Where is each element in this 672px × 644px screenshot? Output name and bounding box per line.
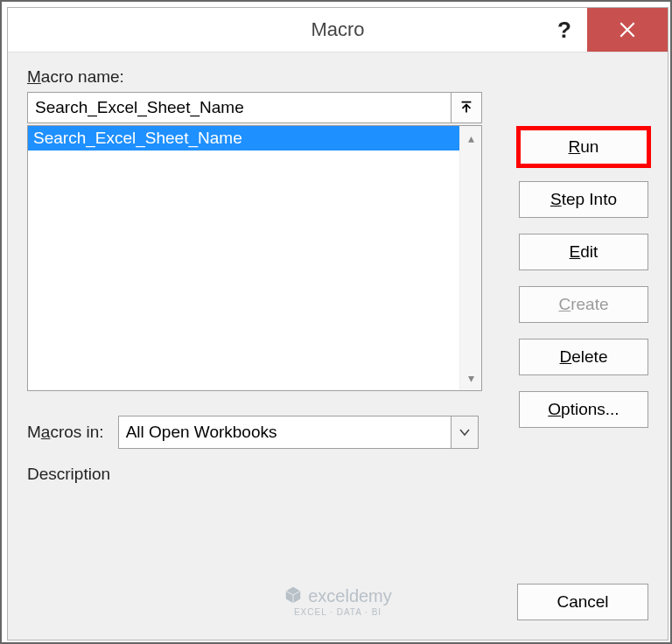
close-button[interactable] bbox=[587, 8, 668, 52]
macro-name-label: Macro name: bbox=[27, 67, 482, 87]
step-into-button[interactable]: Step Into bbox=[519, 181, 648, 218]
macro-listbox[interactable]: Search_Excel_Sheet_Name ▴ ▾ bbox=[27, 125, 482, 391]
options-button[interactable]: Options... bbox=[519, 391, 648, 428]
close-icon bbox=[618, 20, 637, 39]
macros-in-label: Macros in: bbox=[27, 423, 104, 442]
create-button: Create bbox=[519, 286, 648, 323]
delete-button[interactable]: Delete bbox=[519, 339, 648, 375]
combo-dropdown-button[interactable] bbox=[451, 416, 478, 448]
macros-in-combo[interactable]: All Open Workbooks bbox=[118, 416, 479, 449]
title-bar: Macro ? bbox=[8, 8, 668, 52]
cancel-button[interactable]: Cancel bbox=[517, 584, 648, 620]
edit-button[interactable]: Edit bbox=[519, 234, 648, 270]
macro-name-input[interactable] bbox=[27, 92, 452, 123]
list-item[interactable]: Search_Excel_Sheet_Name bbox=[28, 126, 459, 150]
macro-dialog: Macro ? Macro name: Search_Excel_Sheet_N… bbox=[7, 7, 668, 640]
description-label: Description bbox=[27, 465, 482, 484]
scrollbar[interactable]: ▴ ▾ bbox=[459, 126, 481, 390]
help-button[interactable]: ? bbox=[542, 8, 587, 52]
macros-in-value: All Open Workbooks bbox=[119, 416, 451, 448]
scroll-up-icon[interactable]: ▴ bbox=[460, 128, 481, 149]
logo-icon bbox=[284, 585, 303, 609]
chevron-down-icon bbox=[458, 426, 471, 438]
scroll-down-icon[interactable]: ▾ bbox=[460, 368, 481, 388]
collapse-dialog-button[interactable] bbox=[451, 92, 482, 123]
run-button[interactable]: Run bbox=[519, 129, 648, 165]
arrow-up-icon bbox=[458, 100, 474, 116]
